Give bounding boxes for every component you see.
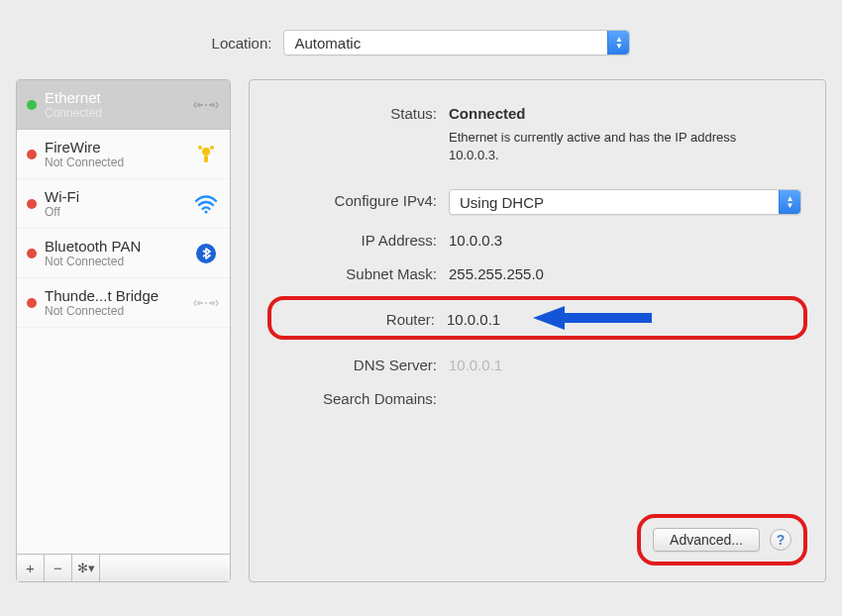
- status-dot-icon: [27, 199, 37, 209]
- svg-marker-10: [533, 306, 652, 330]
- sidebar-item-firewire[interactable]: FireWire Not Connected: [17, 130, 230, 179]
- help-button[interactable]: ?: [770, 529, 791, 551]
- select-arrows-icon: ▲▼: [779, 190, 800, 214]
- wifi-icon: [192, 192, 220, 216]
- arrow-annotation-icon: [533, 304, 662, 332]
- bridge-icon: [192, 291, 220, 315]
- sidebar-item-bluetooth[interactable]: Bluetooth PAN Not Connected: [17, 229, 230, 278]
- interface-status: Off: [45, 205, 184, 219]
- svg-point-3: [198, 146, 202, 150]
- status-description: Ethernet is currently active and has the…: [449, 126, 746, 163]
- status-dot-icon: [27, 100, 37, 110]
- status-dot-icon: [27, 249, 37, 258]
- bluetooth-icon: [192, 242, 220, 265]
- interface-list: Ethernet Connected FireWire Not Connecte…: [17, 80, 230, 554]
- search-domains-value: [449, 387, 801, 390]
- status-label: Status:: [273, 102, 437, 122]
- sidebar-item-wifi[interactable]: Wi-Fi Off: [17, 179, 230, 229]
- firewire-icon: [192, 143, 220, 166]
- ip-address-value: 10.0.0.3: [449, 229, 801, 249]
- status-dot-icon: [27, 298, 37, 308]
- sidebar-footer: + − ✻▾: [17, 554, 230, 581]
- subnet-mask-label: Subnet Mask:: [273, 262, 437, 282]
- interface-status: Connected: [45, 106, 184, 120]
- toolbar: Location: Automatic ▲▼: [0, 0, 842, 73]
- dns-server-value: 10.0.0.1: [449, 354, 801, 373]
- subnet-mask-value: 255.255.255.0: [449, 262, 801, 282]
- advanced-highlight-annotation: Advanced... ?: [637, 514, 807, 565]
- svg-point-0: [197, 103, 201, 107]
- ip-address-label: IP Address:: [273, 229, 437, 249]
- location-select-value: Automatic: [294, 35, 361, 51]
- detail-panel: Status: Connected Ethernet is currently …: [249, 79, 826, 582]
- interface-status: Not Connected: [45, 155, 184, 169]
- svg-point-1: [211, 103, 215, 107]
- sidebar-item-ethernet[interactable]: Ethernet Connected: [17, 80, 230, 130]
- svg-point-8: [197, 301, 201, 305]
- router-highlight-annotation: Router: 10.0.0.1: [267, 296, 807, 340]
- svg-rect-5: [204, 155, 208, 162]
- interface-name: Bluetooth PAN: [45, 238, 184, 255]
- svg-point-9: [211, 301, 215, 305]
- svg-point-4: [210, 146, 214, 150]
- svg-point-2: [202, 148, 210, 155]
- interface-name: Thunde...t Bridge: [45, 287, 184, 304]
- svg-point-6: [204, 210, 207, 213]
- location-label: Location:: [212, 35, 272, 51]
- interface-sidebar: Ethernet Connected FireWire Not Connecte…: [16, 79, 231, 582]
- interface-name: Ethernet: [45, 89, 184, 106]
- dns-server-label: DNS Server:: [273, 354, 437, 373]
- status-value: Connected: [449, 102, 558, 122]
- interface-actions-button[interactable]: ✻▾: [72, 555, 100, 581]
- sidebar-footer-spacer: [100, 555, 230, 581]
- interface-name: FireWire: [45, 139, 184, 155]
- ethernet-icon: [192, 93, 220, 117]
- status-dot-icon: [27, 150, 37, 159]
- configure-ipv4-select[interactable]: Using DHCP ▲▼: [449, 189, 801, 215]
- add-interface-button[interactable]: +: [17, 555, 45, 581]
- configure-ipv4-value: Using DHCP: [460, 194, 544, 211]
- interface-status: Not Connected: [45, 255, 184, 268]
- location-select[interactable]: Automatic ▲▼: [283, 30, 630, 55]
- router-label: Router:: [277, 308, 435, 328]
- advanced-button[interactable]: Advanced...: [653, 528, 760, 552]
- search-domains-label: Search Domains:: [273, 387, 437, 407]
- interface-name: Wi-Fi: [45, 188, 184, 205]
- router-value: 10.0.0.1: [447, 308, 521, 328]
- sidebar-item-thunderbolt-bridge[interactable]: Thunde...t Bridge Not Connected: [17, 278, 230, 328]
- interface-status: Not Connected: [45, 304, 184, 318]
- select-arrows-icon: ▲▼: [607, 31, 629, 54]
- configure-ipv4-label: Configure IPv4:: [273, 189, 437, 209]
- remove-interface-button[interactable]: −: [45, 555, 72, 581]
